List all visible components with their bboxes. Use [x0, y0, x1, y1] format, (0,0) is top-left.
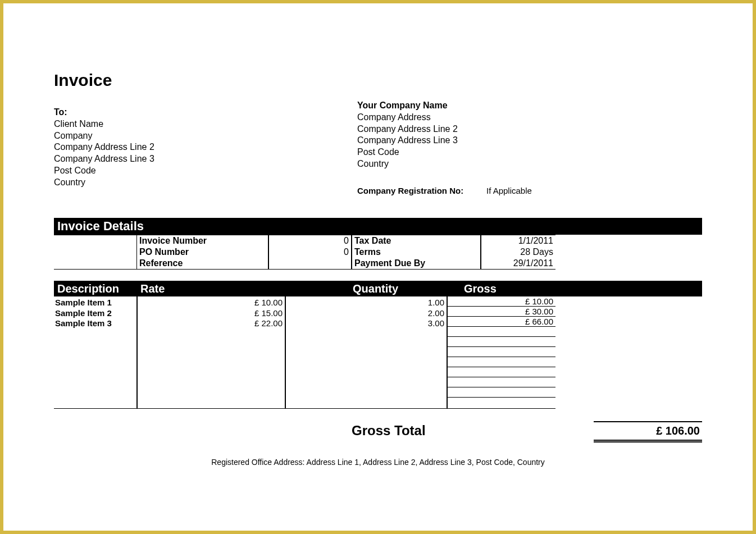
- from-addr2: Company Address Line 2: [357, 124, 702, 135]
- item-gross-blank: [448, 398, 555, 408]
- line-items-section: Description Rate Quantity Gross Sample I…: [54, 281, 702, 409]
- item-description: Sample Item 1: [55, 298, 135, 308]
- from-addr1: Company Address: [357, 112, 702, 124]
- to-company: Company: [54, 130, 357, 142]
- document-title: Invoice: [54, 71, 357, 90]
- gross-total-value: £ 106.00: [594, 421, 702, 441]
- invoice-page: Invoice To: Client Name Company Company …: [3, 3, 753, 489]
- item-description: Sample Item 2: [55, 308, 135, 319]
- item-quantity: 1.00: [288, 298, 444, 308]
- header-description: Description: [54, 281, 137, 296]
- to-client-name: Client Name: [54, 118, 357, 130]
- tax-date-value: 1/1/2011: [481, 235, 555, 247]
- invoice-number-value: 0: [269, 235, 351, 247]
- item-gross-blank: [448, 327, 555, 337]
- item-gross-blank: [448, 337, 555, 347]
- recipient-block: Invoice To: Client Name Company Company …: [54, 71, 357, 195]
- line-items-header: Description Rate Quantity Gross: [54, 281, 702, 296]
- item-quantity: 3.00: [288, 318, 444, 329]
- payment-due-value: 29/1/2011: [481, 258, 555, 269]
- po-number-label: PO Number: [137, 247, 268, 258]
- footer-address: Registered Office Address: Address Line …: [54, 458, 702, 467]
- rate-column: £ 10.00 £ 15.00 £ 22.00: [137, 296, 285, 409]
- total-row: Gross Total £ 106.00: [54, 421, 702, 441]
- item-gross-blank: [448, 357, 555, 367]
- tax-date-label: Tax Date: [352, 235, 480, 247]
- reference-value: 0: [269, 247, 351, 258]
- to-country: Country: [54, 177, 357, 189]
- item-rate: £ 15.00: [140, 308, 283, 319]
- item-gross: £ 10.00: [448, 296, 555, 307]
- header-quantity: Quantity: [285, 281, 447, 296]
- from-addr3: Company Address Line 3: [357, 135, 702, 147]
- invoice-details-grid: Invoice Number PO Number Reference 0 0 T…: [54, 235, 702, 270]
- from-postcode: Post Code: [357, 147, 702, 158]
- item-gross-blank: [448, 377, 555, 387]
- item-gross-blank: [448, 367, 555, 377]
- sender-block: Your Company Name Company Address Compan…: [357, 71, 702, 195]
- item-gross: £ 66.00: [448, 317, 555, 327]
- item-quantity: 2.00: [288, 308, 444, 319]
- item-gross-blank: [448, 347, 555, 357]
- invoice-details-heading: Invoice Details: [54, 218, 702, 235]
- to-postcode: Post Code: [54, 165, 357, 177]
- item-gross: £ 30.00: [448, 307, 555, 317]
- invoice-number-label: Invoice Number: [137, 235, 268, 247]
- item-description: Sample Item 3: [55, 318, 135, 329]
- to-addr2: Company Address Line 2: [54, 142, 357, 153]
- header-rate: Rate: [137, 281, 285, 296]
- payment-due-label: Payment Due By: [352, 258, 480, 269]
- from-name: Your Company Name: [357, 100, 702, 112]
- terms-label: Terms: [352, 247, 480, 258]
- item-gross-blank: [448, 387, 555, 398]
- header: Invoice To: Client Name Company Company …: [54, 71, 702, 195]
- header-gross: Gross: [447, 281, 555, 296]
- reference-label: Reference: [137, 258, 268, 269]
- item-rate: £ 10.00: [140, 298, 283, 308]
- quantity-column: 1.00 2.00 3.00: [285, 296, 447, 409]
- line-items-body: Sample Item 1 Sample Item 2 Sample Item …: [54, 296, 702, 409]
- gross-column: £ 10.00 £ 30.00 £ 66.00: [447, 296, 555, 409]
- item-rate: £ 22.00: [140, 318, 283, 329]
- to-label: To:: [54, 107, 357, 118]
- registration-row: Company Registration No: If Applicable: [357, 186, 702, 195]
- from-country: Country: [357, 158, 702, 170]
- description-column: Sample Item 1 Sample Item 2 Sample Item …: [54, 296, 137, 409]
- terms-value: 28 Days: [481, 247, 555, 258]
- registration-value: If Applicable: [486, 186, 532, 195]
- gross-total-label: Gross Total: [352, 423, 486, 439]
- to-addr3: Company Address Line 3: [54, 153, 357, 165]
- registration-label: Company Registration No:: [357, 186, 486, 195]
